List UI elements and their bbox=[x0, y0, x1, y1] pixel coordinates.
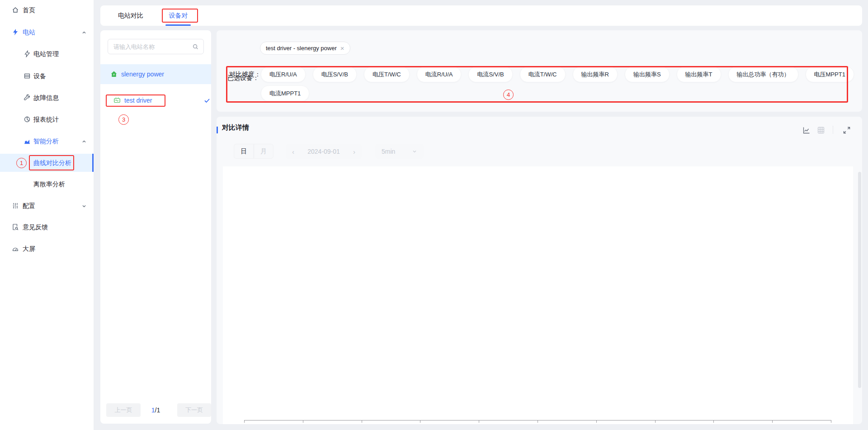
tab-station-comparison[interactable]: 电站对比 bbox=[117, 5, 145, 26]
chart-area bbox=[223, 166, 853, 424]
sidebar-item-label: 离散率分析 bbox=[33, 175, 65, 193]
tab-device-comparison[interactable]: 设备对比 bbox=[166, 5, 191, 26]
sidebar-item-report-stats[interactable]: 报表统计 bbox=[0, 110, 94, 128]
wrench-icon bbox=[24, 94, 31, 101]
sidebar-item-label: 配置 bbox=[23, 197, 35, 215]
date-next-icon[interactable]: › bbox=[353, 148, 355, 155]
sidebar-item-devices[interactable]: 设备 bbox=[0, 67, 94, 85]
search-input[interactable] bbox=[113, 43, 192, 51]
sidebar-item-plant-management[interactable]: 电站管理 bbox=[0, 45, 94, 63]
sidebar-item-label: 首页 bbox=[23, 1, 35, 19]
sidebar-item-label: 设备 bbox=[33, 67, 46, 85]
selected-device-tag-text: test driver - slenergy power bbox=[266, 45, 337, 52]
interval-select[interactable]: 5min bbox=[375, 144, 424, 159]
vertical-scrollbar[interactable] bbox=[858, 172, 861, 388]
dimension-chip[interactable]: 电压S/V/B bbox=[313, 66, 357, 82]
date-value[interactable]: 2024-09-01 bbox=[307, 148, 340, 155]
dimension-chip[interactable]: 电流R/U/A bbox=[417, 66, 462, 82]
sidebar-item-label: 大屏 bbox=[23, 240, 35, 258]
dimension-chip[interactable]: 电流T/W/C bbox=[520, 66, 566, 82]
page-current: 1 bbox=[151, 406, 155, 414]
close-icon[interactable]: × bbox=[340, 45, 344, 52]
page-total: /1 bbox=[155, 406, 160, 414]
chart-x-axis bbox=[244, 420, 831, 421]
station-name: slenergy power bbox=[121, 71, 164, 78]
station-row-slenergy-power[interactable]: slenergy power bbox=[100, 64, 211, 84]
sidebar-item-dispersion-analysis[interactable]: 离散率分析 bbox=[0, 175, 94, 193]
bar-chart-icon bbox=[24, 137, 31, 145]
selected-device-tag[interactable]: test driver - slenergy power × bbox=[260, 42, 350, 55]
active-tab-underline bbox=[165, 24, 191, 26]
date-prev-icon[interactable]: ‹ bbox=[292, 148, 294, 155]
sliders-icon bbox=[12, 202, 19, 209]
dimension-chip[interactable]: 输出总功率（有功） bbox=[728, 66, 798, 82]
sidebar-item-config[interactable]: 配置 bbox=[0, 197, 94, 215]
device-list-icon bbox=[24, 72, 31, 80]
chevron-up-icon bbox=[81, 29, 87, 35]
period-month-option[interactable]: 月 bbox=[254, 144, 274, 158]
sidebar-item-label: 曲线对比分析 bbox=[33, 154, 71, 172]
sidebar: 首页 电站 电站管理 设备 故障信 bbox=[0, 0, 94, 430]
sidebar-item-home[interactable]: 首页 bbox=[0, 1, 94, 19]
period-day-option[interactable]: 日 bbox=[234, 144, 254, 158]
chevron-up-icon bbox=[81, 138, 87, 144]
dimension-chip[interactable]: 输出频率R bbox=[573, 66, 618, 82]
device-selection-card: 已选设备： test driver - slenergy power × 对比维… bbox=[217, 30, 862, 112]
line-chart-view-icon[interactable] bbox=[802, 126, 811, 134]
sidebar-item-fault-info[interactable]: 故障信息 bbox=[0, 89, 94, 107]
sidebar-item-smart-analysis[interactable]: 智能分析 bbox=[0, 132, 94, 150]
dimension-chip[interactable]: 电压R/U/A bbox=[261, 66, 306, 82]
dimension-chips-row1: 电压R/U/A 电压S/V/B 电压T/W/C 电流R/U/A 电流S/V/B … bbox=[261, 66, 854, 82]
dimension-chip[interactable]: 输出频率S bbox=[625, 66, 670, 82]
chevron-down-icon bbox=[412, 149, 417, 154]
dimension-chip[interactable]: 电流S/V/B bbox=[468, 66, 512, 82]
dimension-chips-row2: 电流MPPT1 bbox=[261, 85, 309, 101]
tab-bar: 电站对比 设备对比 bbox=[100, 5, 862, 26]
fullscreen-icon[interactable] bbox=[843, 126, 851, 134]
sidebar-item-feedback[interactable]: 意见反馈 bbox=[0, 218, 94, 236]
device-row-test-driver[interactable]: test driver bbox=[100, 92, 211, 109]
sidebar-item-label: 故障信息 bbox=[33, 89, 59, 107]
pie-chart-icon bbox=[24, 116, 31, 123]
station-list-panel: slenergy power test driver 上一页 1/1 下一页 bbox=[100, 30, 211, 424]
comparison-dimension-label: 对比维度： bbox=[229, 71, 261, 79]
home-icon bbox=[12, 6, 19, 14]
date-picker[interactable]: ‹ 2024-09-01 › bbox=[286, 144, 362, 159]
gauge-icon bbox=[12, 245, 19, 252]
sidebar-item-label: 意见反馈 bbox=[23, 218, 48, 236]
table-view-icon[interactable] bbox=[817, 126, 825, 134]
lightning-outline-icon bbox=[24, 50, 31, 57]
sidebar-item-label: 智能分析 bbox=[33, 132, 59, 150]
interval-value: 5min bbox=[382, 148, 395, 155]
comparison-detail-card: 对比详情 日 月 ‹ 2024-09-01 › 5min bbox=[217, 117, 862, 424]
title-accent-bar bbox=[217, 127, 218, 133]
inverter-device-icon bbox=[113, 97, 121, 104]
page: 首页 电站 电站管理 设备 故障信 bbox=[0, 0, 868, 430]
feedback-doc-icon bbox=[12, 223, 19, 231]
dimension-chip[interactable]: 电压MPPT1 bbox=[806, 66, 854, 82]
chevron-down-icon bbox=[81, 203, 87, 208]
station-house-icon bbox=[110, 71, 118, 78]
search-icon bbox=[192, 43, 199, 50]
dimension-chip[interactable]: 电压T/W/C bbox=[364, 66, 410, 82]
sidebar-item-label: 电站管理 bbox=[33, 45, 59, 63]
sidebar-item-plant[interactable]: 电站 bbox=[0, 23, 94, 41]
station-search-box bbox=[108, 39, 204, 54]
dimension-chip[interactable]: 电流MPPT1 bbox=[261, 85, 309, 101]
detail-title: 对比详情 bbox=[222, 123, 249, 132]
device-name: test driver bbox=[124, 97, 152, 104]
sidebar-item-big-screen[interactable]: 大屏 bbox=[0, 240, 94, 258]
next-page-button[interactable]: 下一页 bbox=[177, 403, 211, 417]
dimension-chip[interactable]: 输出频率T bbox=[677, 66, 721, 82]
check-icon bbox=[203, 97, 211, 104]
sidebar-item-label: 电站 bbox=[23, 23, 35, 41]
period-segmented-control: 日 月 bbox=[234, 144, 274, 159]
sidebar-item-label: 报表统计 bbox=[33, 110, 59, 128]
lightning-icon bbox=[12, 28, 19, 36]
icon-divider bbox=[833, 126, 833, 134]
sidebar-item-curve-comparison[interactable]: 曲线对比分析 bbox=[0, 154, 94, 172]
